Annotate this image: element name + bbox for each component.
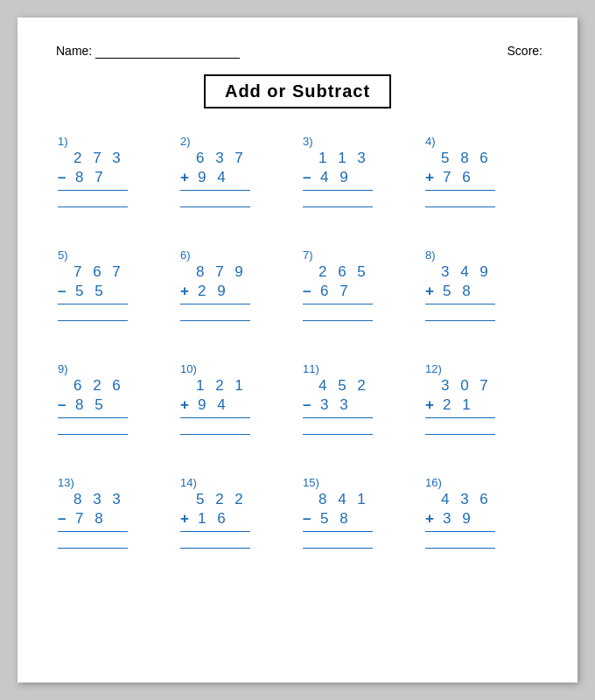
answer-line: [303, 548, 373, 549]
problem-line-top: [425, 531, 495, 532]
problem-line-top: [180, 190, 250, 191]
problem-line-top: [180, 417, 250, 418]
problem-top-number: 5 2 2: [196, 491, 247, 508]
problem-top-number: 6 2 6: [74, 377, 124, 395]
problems-grid: 1)2 7 3–8 72)6 3 7+9 43)1 1 3–4 94)5 8 6…: [52, 128, 542, 583]
problem-bottom-row: +9 4: [180, 396, 229, 414]
name-label: Name:: [56, 44, 92, 58]
operator: –: [58, 510, 70, 528]
problem-number: 10): [180, 362, 197, 375]
problem-line-top: [425, 417, 495, 418]
problem-bottom-row: +9 4: [180, 169, 229, 186]
problem-bottom-row: +1 6: [180, 510, 229, 528]
operator: +: [180, 283, 192, 300]
problem-number: 2): [180, 135, 191, 148]
problem-number: 13): [58, 476, 74, 489]
problem-bottom-number: 4 9: [320, 169, 352, 186]
problem-bottom-row: –5 5: [58, 283, 107, 300]
operator: +: [425, 396, 438, 414]
problem-bottom-row: –3 3: [303, 396, 352, 414]
problem-bottom-number: 3 3: [320, 396, 352, 414]
problem-bottom-row: –6 7: [303, 283, 352, 300]
problem-bottom-number: 8 5: [75, 396, 107, 414]
problem-bottom-number: 3 9: [443, 510, 474, 528]
problem-line-top: [58, 304, 128, 304]
name-field: Name:: [52, 44, 240, 59]
operator: –: [303, 396, 315, 414]
answer-line: [58, 206, 128, 207]
title-box: Add or Subtract: [52, 74, 542, 108]
problem-cell-7: 7)2 6 5–6 7: [298, 242, 420, 355]
problem-cell-14: 14)5 2 2+1 6: [175, 469, 298, 583]
name-underline: [95, 44, 240, 59]
answer-line: [303, 434, 373, 435]
problem-line-top: [425, 190, 495, 191]
operator: +: [180, 396, 192, 414]
problem-line-top: [58, 190, 128, 191]
operator: +: [180, 510, 192, 528]
operator: –: [303, 169, 315, 186]
answer-line: [303, 206, 373, 207]
header: Name: Score:: [52, 44, 542, 59]
problem-bottom-number: 7 8: [75, 510, 107, 528]
problem-top-number: 8 7 9: [196, 263, 247, 281]
answer-line: [58, 548, 128, 549]
problem-bottom-row: –8 5: [58, 396, 107, 414]
problem-cell-9: 9)6 2 6–8 5: [52, 355, 175, 469]
problem-bottom-row: +7 6: [425, 169, 474, 186]
answer-line: [58, 434, 128, 435]
problem-number: 14): [180, 476, 197, 489]
problem-number: 15): [303, 476, 319, 489]
answer-line: [425, 434, 495, 435]
problem-top-number: 8 3 3: [74, 491, 124, 508]
worksheet-title: Add or Subtract: [204, 74, 391, 108]
problem-bottom-number: 9 4: [198, 169, 229, 186]
operator: –: [58, 396, 70, 414]
problem-top-number: 5 8 6: [441, 150, 492, 167]
problem-cell-2: 2)6 3 7+9 4: [175, 128, 298, 242]
problem-bottom-row: +5 8: [425, 283, 474, 300]
problem-bottom-number: 6 7: [320, 283, 352, 300]
problem-bottom-row: +3 9: [425, 510, 474, 528]
problem-line-top: [303, 417, 373, 418]
answer-line: [425, 320, 495, 321]
problem-cell-4: 4)5 8 6+7 6: [420, 128, 542, 242]
problem-line-top: [303, 531, 373, 532]
operator: –: [303, 510, 315, 528]
problem-number: 5): [58, 248, 68, 262]
score-field: Score:: [508, 44, 542, 58]
problem-top-number: 3 0 7: [441, 377, 492, 395]
operator: +: [425, 510, 438, 528]
problem-cell-13: 13)8 3 3–7 8: [52, 469, 175, 583]
operator: –: [303, 283, 315, 300]
problem-number: 7): [303, 248, 313, 262]
problem-top-number: 3 4 9: [441, 263, 492, 281]
problem-line-top: [303, 304, 373, 304]
problem-bottom-row: –4 9: [303, 169, 352, 186]
operator: +: [425, 283, 438, 300]
problem-cell-11: 11)4 5 2–3 3: [298, 355, 420, 469]
problem-bottom-number: 2 9: [198, 283, 229, 300]
problem-line-top: [180, 304, 250, 304]
problem-cell-12: 12)3 0 7+2 1: [420, 355, 542, 469]
problem-cell-3: 3)1 1 3–4 9: [298, 128, 420, 242]
problem-bottom-row: +2 1: [425, 396, 474, 414]
operator: –: [58, 169, 70, 186]
answer-line: [180, 434, 250, 435]
problem-line-top: [58, 531, 128, 532]
answer-line: [303, 320, 373, 321]
problem-top-number: 2 6 5: [318, 263, 369, 281]
problem-cell-1: 1)2 7 3–8 7: [52, 128, 175, 242]
problem-top-number: 7 6 7: [74, 263, 124, 281]
problem-bottom-row: +2 9: [180, 283, 229, 300]
problem-cell-15: 15)8 4 1–5 8: [298, 469, 420, 583]
problem-bottom-row: –5 8: [303, 510, 352, 528]
problem-line-top: [58, 417, 128, 418]
problem-bottom-number: 1 6: [198, 510, 229, 528]
problem-line-top: [303, 190, 373, 191]
answer-line: [180, 320, 250, 321]
problem-bottom-number: 9 4: [198, 396, 229, 414]
problem-top-number: 1 1 3: [318, 150, 369, 167]
problem-bottom-number: 5 8: [443, 283, 474, 300]
problem-line-top: [425, 304, 495, 304]
